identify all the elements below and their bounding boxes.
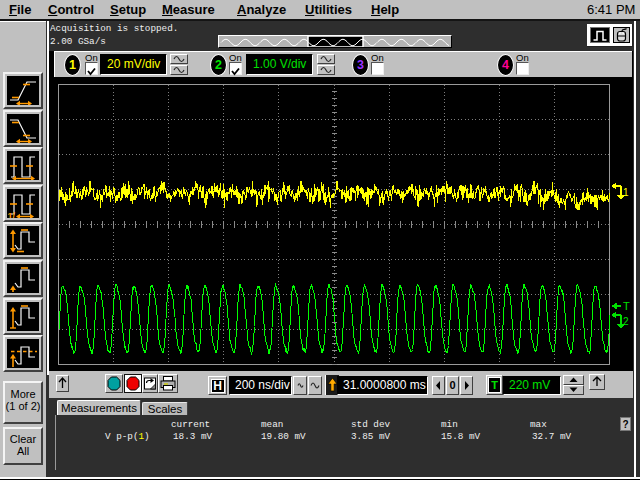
svg-text:T: T [623, 300, 630, 312]
svg-text:1/: 1/ [8, 211, 16, 219]
svg-text:2: 2 [623, 316, 629, 327]
svg-text:1: 1 [623, 187, 629, 198]
